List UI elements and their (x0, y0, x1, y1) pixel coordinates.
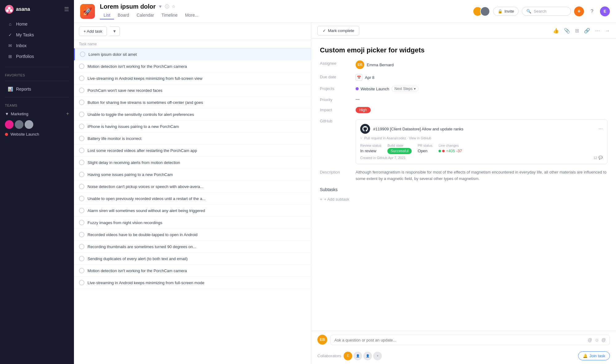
task-row[interactable]: PorchCam won't save new recorded faces (74, 84, 311, 96)
projects-value[interactable]: Website Launch Next Steps ▾ (356, 86, 418, 92)
task-row[interactable]: Battery life monitor is incorrect (74, 133, 311, 145)
impact-value[interactable]: High (356, 107, 371, 113)
project-title-area: Lorem ipsum dolor ▼ ⓘ ☆ List Board Calen… (100, 3, 468, 19)
task-row[interactable]: Alarm siren will sometimes sound without… (74, 205, 311, 217)
priority-value[interactable]: — (356, 97, 360, 101)
task-check-icon[interactable] (79, 160, 84, 165)
task-check-icon[interactable] (79, 280, 84, 285)
user-avatar[interactable]: E (600, 6, 610, 16)
priority-text: — (356, 97, 360, 101)
task-row[interactable]: Recording thumbnails are sometimes turne… (74, 241, 311, 253)
task-check-icon[interactable] (79, 268, 84, 273)
emoji-icon[interactable]: ☺ (594, 337, 599, 342)
task-row[interactable]: Slight delay in receiving alerts from mo… (74, 157, 311, 169)
sidebar-item-portfolios[interactable]: ⊞ Portfolios (2, 51, 71, 62)
task-row[interactable]: Button for sharing live streams is somet… (74, 96, 311, 108)
task-check-icon[interactable] (79, 220, 84, 225)
star-icon[interactable]: ☆ (172, 4, 176, 10)
task-check-icon[interactable] (79, 100, 84, 105)
due-date-value[interactable]: 📅 Apr 8 (356, 74, 374, 81)
sidebar-item-inbox[interactable]: ✉ Inbox (2, 40, 71, 51)
task-check-icon[interactable] (80, 51, 85, 57)
build-success-badge: Successful (387, 148, 411, 154)
help-button[interactable]: ? (587, 6, 597, 16)
team-add-button[interactable]: + (66, 111, 69, 117)
add-task-dropdown[interactable]: ▼ (109, 27, 120, 36)
task-row[interactable]: Having some issues pairing to a new Porc… (74, 169, 311, 181)
task-row[interactable]: Sending duplicates of every alert (to bo… (74, 253, 311, 265)
dropdown-icon[interactable]: ▼ (158, 4, 162, 10)
tab-board[interactable]: Board (114, 11, 133, 19)
task-check-icon[interactable] (79, 148, 84, 153)
task-row[interactable]: Unable to toggle the sensitivity control… (74, 108, 311, 121)
task-row[interactable]: Fuzzy images from night vision recording… (74, 217, 311, 229)
task-check-icon[interactable] (79, 112, 84, 117)
github-footer: Created in GitHub Apr 7, 2021 12 💬 (360, 156, 603, 160)
due-date-text: Apr 8 (365, 75, 374, 80)
more-icon[interactable]: ⋯ (595, 28, 600, 34)
mention-icon[interactable]: @ (588, 337, 592, 342)
sidebar-item-my-tasks[interactable]: ✓ My Tasks (2, 30, 71, 40)
task-row[interactable]: Live-streaming in Android keeps minimizi… (74, 277, 311, 289)
task-check-icon[interactable] (79, 136, 84, 141)
next-steps-tag[interactable]: Next Steps ▾ (392, 86, 418, 92)
task-row[interactable]: Motion detection isn't working for the P… (74, 265, 311, 277)
close-icon[interactable]: → (605, 28, 610, 34)
sidebar-collapse-button[interactable]: ☰ (64, 6, 69, 13)
task-check-icon[interactable] (79, 76, 84, 81)
github-more-icon[interactable]: ⋯ (598, 126, 603, 131)
task-check-icon[interactable] (79, 63, 84, 69)
home-icon: ⌂ (7, 21, 13, 27)
task-check-icon[interactable] (79, 184, 84, 189)
tab-calendar[interactable]: Calendar (133, 11, 158, 19)
comment-input-area[interactable]: @ ☺ @ (330, 335, 610, 345)
sidebar-item-reports[interactable]: 📊 Reports (2, 84, 71, 94)
task-check-icon[interactable] (79, 88, 84, 93)
pie-green-icon (439, 150, 441, 152)
task-row[interactable]: Lost some recorded videos after restarti… (74, 145, 311, 157)
task-row[interactable]: Unable to open previously recorded video… (74, 193, 311, 205)
task-row[interactable]: Noise detection can't pickup voices or s… (74, 181, 311, 193)
add-collaborator-button[interactable]: + (373, 352, 382, 360)
task-check-icon[interactable] (79, 232, 84, 237)
team-name[interactable]: ▼ Marketing (5, 112, 28, 116)
grid-icon[interactable]: ⊞ (575, 28, 579, 34)
tab-list[interactable]: List (100, 11, 114, 19)
at-icon[interactable]: @ (602, 337, 606, 342)
create-button[interactable]: + (574, 6, 584, 16)
task-check-icon[interactable] (79, 256, 84, 261)
collab-avatar-1: E (344, 352, 352, 360)
task-row[interactable]: Lorem ipsum dolor sit amet (74, 48, 311, 60)
mark-complete-button[interactable]: ✓ Mark complete (317, 26, 359, 35)
task-row[interactable]: Motion detection isn't working for the P… (74, 60, 311, 72)
invite-button[interactable]: 🔒 Invite (493, 7, 519, 16)
task-row[interactable]: Recorded videos have to be double-tapped… (74, 229, 311, 241)
sidebar-item-home[interactable]: ⌂ Home (2, 19, 71, 29)
team-avatar-1 (5, 120, 14, 129)
task-check-icon[interactable] (79, 172, 84, 177)
attach-icon[interactable]: 📎 (564, 28, 570, 34)
sidebar-project-website-launch[interactable]: Website Launch (0, 130, 74, 138)
task-row[interactable]: Live-streaming in Android keeps minimizi… (74, 72, 311, 84)
field-impact: Impact High (320, 107, 607, 113)
task-check-icon[interactable] (79, 124, 84, 129)
comment-input[interactable] (334, 338, 585, 342)
check-icon: ✓ (7, 32, 13, 38)
search-bar[interactable]: 🔍 Search (522, 7, 571, 16)
assignee-value[interactable]: EB Emma Bernard (356, 60, 394, 69)
add-task-button[interactable]: + Add task (79, 27, 107, 36)
like-icon[interactable]: 👍 (553, 28, 559, 34)
task-row[interactable]: iPhone is having issues pairing to a new… (74, 121, 311, 133)
task-check-icon[interactable] (79, 196, 84, 201)
task-name: Alarm siren will sometimes sound without… (88, 208, 205, 213)
collaborators-label: Collaborators (317, 354, 341, 358)
join-task-button[interactable]: 🔔 Join task (578, 351, 610, 360)
info-icon[interactable]: ⓘ (165, 4, 169, 10)
task-check-icon[interactable] (79, 244, 84, 249)
github-comments[interactable]: 12 💬 (594, 156, 603, 160)
link-icon[interactable]: 🔗 (584, 28, 590, 34)
tab-timeline[interactable]: Timeline (158, 11, 181, 19)
add-subtask-button[interactable]: + + Add subtask (320, 196, 607, 203)
task-check-icon[interactable] (79, 208, 84, 213)
tab-more[interactable]: More... (181, 11, 202, 19)
